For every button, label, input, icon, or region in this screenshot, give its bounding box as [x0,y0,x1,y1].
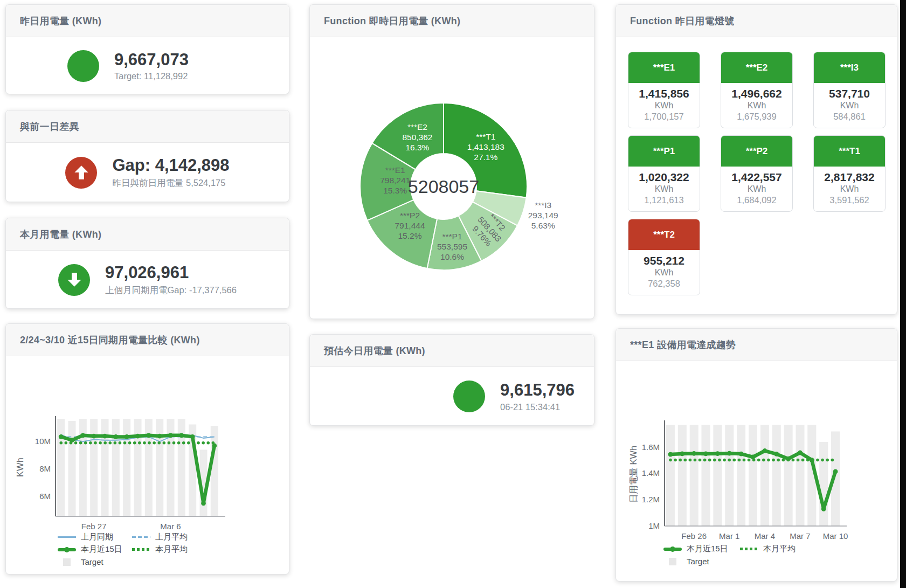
window-scrollbar[interactable] [900,0,906,588]
arrow-up-icon [65,157,97,189]
light-tile: ***P11,020,322KWh1,121,613 [628,135,700,212]
card-header: 昨日用電量 (KWh) [6,5,289,37]
light-tile-name: ***T1 [814,136,885,167]
card-function-lights: Function 昨日用電燈號 ***E11,415,856KWh1,700,1… [615,4,897,315]
card-gap-previous-day: 與前一日差異 Gap: 4,142,898 昨日與前日用電量 5,524,175 [5,110,289,202]
card-title: 預估今日用電量 (KWh) [324,344,425,357]
light-tile-value: 1,422,557 [721,170,792,184]
light-tile: ***T12,817,832KWh3,591,562 [813,135,886,212]
card-header: 預估今日用電量 (KWh) [310,335,594,367]
light-tile: ***E11,415,856KWh1,700,157 [628,52,700,128]
arrow-down-icon [58,264,90,296]
light-tile-secondary-value: 1,121,613 [628,195,700,206]
light-tile-name: ***I3 [814,52,885,83]
card-header: 本月用電量 (KWh) [6,218,289,251]
card-yesterday-usage: 昨日用電量 (KWh) 9,667,073 Target: 11,128,992 [5,4,289,94]
light-tile-unit: KWh [814,100,885,111]
legend-label: Target [687,557,709,566]
legend-item-Target[interactable]: Target [663,557,740,566]
legend-item-上月同期[interactable]: 上月同期 [58,532,132,542]
x-tick-label: Feb 27 [81,522,107,531]
status-circle-icon [67,50,99,82]
legend-label: 上月同期 [81,532,113,542]
light-tile-value: 1,415,856 [628,87,700,100]
x-tick-label: Mar 10 [823,531,848,541]
legend-label: Target [81,557,103,566]
legend-item-本月平均[interactable]: 本月平均 [132,544,206,555]
card-title: ***E1 設備用電達成趨勢 [630,338,736,351]
y-axis-title: KWh [15,458,25,477]
card-header: ***E1 設備用電達成趨勢 [616,329,897,361]
light-tile-name: ***P1 [628,136,700,167]
donut-slice-label: ***I3293,1495.63% [528,200,558,230]
y-axis-title: 日用電量 KWh [628,446,638,503]
light-tile-value: 2,817,832 [814,170,885,184]
light-tile: ***E21,496,662KWh1,675,939 [721,52,793,128]
card-header: 與前一日差異 [6,110,289,143]
card-header: Function 昨日用電燈號 [616,5,897,37]
light-tile-secondary-value: 3,591,562 [814,195,885,206]
legend-swatch [663,545,682,553]
light-tile-value: 1,496,662 [721,87,792,100]
card-function-realtime-donut: Function 即時日用電量 (KWh) ***T11,413,18327.1… [309,4,594,319]
legend-label: 本月近15日 [81,544,122,555]
light-tile-unit: KWh [628,100,700,111]
dashboard: 昨日用電量 (KWh) 9,667,073 Target: 11,128,992… [0,0,906,588]
card-title: Function 即時日用電量 (KWh) [324,15,460,27]
kpi-value: 9,667,073 [114,50,227,70]
light-tile-name: ***E1 [628,52,700,83]
x-tick-label: Mar 1 [719,531,739,541]
kpi-value: 9,615,796 [500,381,575,400]
target-bars [57,419,218,516]
legend-item-本月近15日[interactable]: 本月近15日 [58,544,132,555]
legend-label: 本月近15日 [687,544,728,554]
legend-swatch [58,546,76,554]
legend-swatch [740,545,758,553]
light-tile: ***T2955,212KWh762,358 [628,219,700,295]
legend-swatch [58,534,76,541]
legend-swatch [132,534,150,541]
legend-item-本月平均[interactable]: 本月平均 [740,544,817,554]
card-month-usage: 本月用電量 (KWh) 97,026,961 上個月同期用電Gap: -17,3… [5,218,289,309]
legend-item-Target[interactable]: Target [58,557,132,566]
light-tile-unit: KWh [814,184,885,195]
light-tile-unit: KWh [628,184,700,195]
legend-item-上月平均[interactable]: 上月平均 [132,532,206,542]
donut-center-total: 5208057 [408,176,479,197]
legend-label: 本月平均 [763,544,796,554]
donut-chart-canvas[interactable]: ***T11,413,18327.1%***I3293,1495.63%***T… [310,37,594,319]
light-tile-name: ***P2 [721,136,792,167]
y-tick-label: 1.4M [642,468,660,478]
light-tile: ***I3537,710KWh584,861 [813,52,886,128]
legend-item-本月近15日[interactable]: 本月近15日 [663,544,740,554]
card-title: 本月用電量 (KWh) [20,228,101,241]
kpi-subtitle: 昨日與前日用電量 5,524,175 [112,177,229,189]
status-circle-icon [453,381,485,412]
kpi-subtitle: 上個月同期用電Gap: -17,377,566 [105,285,237,296]
light-tile-name: ***T2 [628,219,700,250]
x-tick-label: Mar 7 [790,531,810,541]
legend-swatch [132,546,150,554]
y-tick-label: 1M [648,521,660,530]
x-tick-label: Feb 26 [681,531,707,541]
card-estimate-today: 預估今日用電量 (KWh) 9,615,796 06-21 15:34:41 [309,334,594,426]
light-tile-secondary-value: 1,700,157 [628,111,700,122]
card-header: 2/24~3/10 近15日同期用電量比較 (KWh) [6,324,289,356]
light-tile: ***P21,422,557KWh1,684,092 [721,135,793,212]
light-tile-unit: KWh [628,267,700,278]
kpi-value: 97,026,961 [105,263,237,282]
light-tile-value: 955,212 [628,254,700,267]
light-tile-secondary-value: 1,684,092 [721,195,792,206]
light-tile-value: 537,710 [814,87,885,100]
legend-label: 上月平均 [155,532,188,542]
kpi-timestamp: 06-21 15:34:41 [500,402,575,412]
y-tick-label: 1.6M [642,442,660,452]
card-title: 2/24~3/10 近15日同期用電量比較 (KWh) [20,334,200,347]
light-tile-name: ***E2 [721,52,792,83]
card-header: Function 即時日用電量 (KWh) [310,5,594,37]
y-tick-label: 10M [35,437,51,446]
card-compare-chart: 2/24~3/10 近15日同期用電量比較 (KWh) 6M8M10MFeb 2… [5,323,289,575]
card-e1-trend-chart: ***E1 設備用電達成趨勢 1M1.2M1.4M1.6MFeb 26Mar 1… [615,328,897,582]
page-title: 昨日用電量 (KWh) [20,15,101,27]
trend-chart-legend: 本月近15日本月平均Target [663,543,817,568]
